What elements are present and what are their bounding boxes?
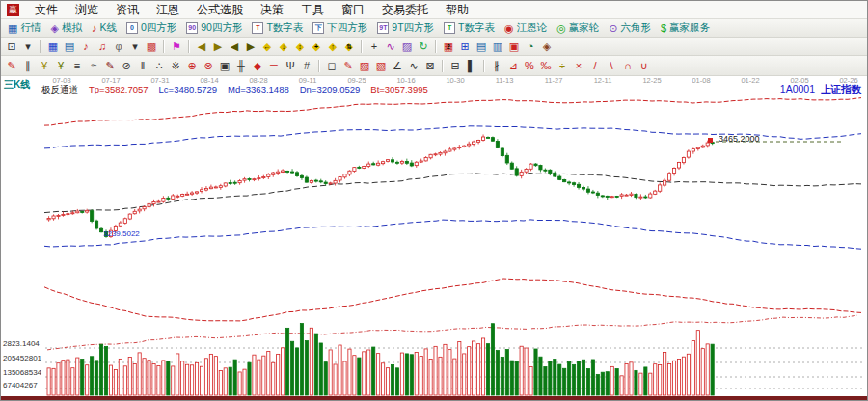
prev-bar-icon[interactable]: ◀ bbox=[227, 40, 242, 54]
menu-window[interactable]: 窗口 bbox=[333, 0, 373, 20]
hatch-region-icon[interactable]: ▧ bbox=[373, 59, 389, 73]
horizontal-lines-icon[interactable]: ≡ bbox=[69, 59, 85, 73]
report-list-icon[interactable]: ▥ bbox=[490, 40, 505, 54]
channel-tool-icon[interactable]: ‖ bbox=[135, 59, 150, 73]
tool-square-90[interactable]: 9090四方形 bbox=[182, 20, 246, 36]
grid-tool-icon[interactable]: ╫ bbox=[233, 59, 249, 73]
menu-info[interactable]: 资讯 bbox=[107, 0, 148, 20]
wave-tool-icon[interactable]: ≈ bbox=[86, 59, 101, 73]
pan-left-icon[interactable]: ◆← bbox=[259, 40, 275, 54]
menu-gann[interactable]: 江恩 bbox=[148, 0, 188, 20]
price-band-2-icon[interactable]: ¥ bbox=[53, 59, 68, 73]
hash-grid-icon[interactable]: # bbox=[299, 59, 314, 73]
overlay-indicator-icon[interactable]: ∿ bbox=[383, 40, 398, 54]
pan-up-icon[interactable]: ◆↑ bbox=[325, 40, 340, 54]
fit-vertical-icon[interactable]: ◆↕ bbox=[292, 40, 308, 54]
collapse-panel-icon[interactable]: ⊟ bbox=[448, 59, 463, 73]
new-window-icon[interactable]: ⊡ bbox=[4, 40, 19, 54]
tool-gann-wheel[interactable]: ◉江恩论 bbox=[501, 20, 551, 36]
data-list-icon[interactable]: ▤ bbox=[474, 40, 489, 54]
menu-file[interactable]: 文件 bbox=[26, 0, 67, 20]
tool-t-number-table[interactable]: TT数字表 bbox=[248, 20, 307, 36]
calculator-icon[interactable]: ⊞ bbox=[457, 40, 473, 54]
bar-measure-icon[interactable]: ▌ bbox=[464, 59, 479, 73]
erase-tool-icon[interactable]: ⊠ bbox=[422, 59, 438, 73]
chart-area[interactable]: 07-0307-1707-3108-1408-2809-1109-2510-16… bbox=[1, 76, 867, 400]
board-view-icon[interactable]: ▩ bbox=[144, 40, 159, 54]
first-bar-icon[interactable]: ◀ bbox=[194, 40, 209, 54]
arc-tool-icon[interactable]: ∩ bbox=[620, 59, 636, 73]
menu-trade-order[interactable]: 交易委托 bbox=[373, 0, 437, 20]
shade-region-icon[interactable]: ▨ bbox=[357, 59, 372, 73]
menu-browse[interactable]: 浏览 bbox=[67, 0, 107, 20]
parallel-lines-icon[interactable]: ∦ bbox=[489, 59, 504, 73]
gann-fan-icon[interactable]: ⊕ bbox=[184, 59, 200, 73]
tool-down-square[interactable]: 下下四方形 bbox=[309, 20, 371, 36]
tool-hexagon[interactable]: ⊙六角形 bbox=[605, 20, 655, 36]
indicator-readout: 极反通道 Tp=3582.7057 Lc=3480.5729 Md=3363.1… bbox=[41, 85, 428, 94]
gann-circle-icon[interactable]: ⊗ bbox=[201, 59, 216, 73]
trend-line-up-icon[interactable]: / bbox=[587, 59, 603, 73]
angle-tool-icon[interactable]: ∠ bbox=[390, 59, 405, 73]
percent-retrace-icon[interactable]: % bbox=[522, 59, 537, 73]
refresh-icon[interactable]: ↻ bbox=[416, 40, 431, 54]
rect-select-icon[interactable]: ◻ bbox=[324, 59, 339, 73]
restore-view-glyph: ⇅ bbox=[341, 40, 357, 54]
star-mark-icon[interactable]: ※ bbox=[168, 59, 183, 73]
menu-formula-stock-pick[interactable]: 公式选股 bbox=[188, 0, 252, 20]
quote-grid-icon[interactable]: ▦ bbox=[45, 40, 61, 54]
info-panel-icon[interactable]: ▤ bbox=[62, 40, 77, 54]
trend-line-down-icon[interactable]: \ bbox=[604, 59, 619, 73]
pane-tab-3kline[interactable]: 三K线 bbox=[4, 80, 30, 90]
flag-mark-icon[interactable]: ⚑ bbox=[169, 40, 184, 54]
tool-simulation[interactable]: ◈模拟 bbox=[46, 20, 85, 36]
box-tool-icon[interactable]: ▣ bbox=[217, 59, 232, 73]
tool-kline[interactable]: ♪K线 bbox=[88, 20, 121, 36]
candle-style-icon[interactable]: φ bbox=[111, 40, 126, 54]
style-dropdown-icon[interactable]: ▾ bbox=[127, 40, 143, 54]
last-bar-icon[interactable]: ▶ bbox=[210, 40, 226, 54]
tool-square-9t[interactable]: 9T9T四方形 bbox=[373, 20, 438, 36]
crosshair-tool-icon[interactable]: + bbox=[366, 40, 382, 54]
menu-help[interactable]: 帮助 bbox=[437, 0, 477, 20]
circle-tool-icon[interactable]: ⊘ bbox=[119, 59, 134, 73]
tool-quotes[interactable]: ▦行情 bbox=[4, 20, 44, 36]
multi-chart-icon[interactable]: ▨ bbox=[399, 40, 415, 54]
permille-retrace-icon[interactable]: ‰ bbox=[538, 59, 554, 73]
tool-winner-wheel[interactable]: ◎赢家轮 bbox=[553, 20, 603, 36]
tool-square-0[interactable]: 00四方形 bbox=[122, 20, 180, 36]
tool-square-0-label: 0四方形 bbox=[141, 21, 176, 35]
tick-chart-icon[interactable]: ♪ bbox=[78, 40, 94, 54]
window-dropdown-icon[interactable]: ▾ bbox=[20, 40, 36, 54]
freehand-icon[interactable]: ✎ bbox=[340, 59, 356, 73]
pie-analysis-icon[interactable]: ◔ bbox=[523, 40, 538, 54]
marker-pen-icon[interactable]: ✎ bbox=[102, 59, 118, 73]
vertical-lines-icon[interactable]: ∥ bbox=[20, 59, 36, 73]
date-tick: 10-30 bbox=[441, 77, 470, 85]
toolbar-separator bbox=[163, 40, 165, 53]
save-layout-icon[interactable]: ▣ bbox=[506, 40, 522, 54]
resistance-line-icon[interactable]: ═ bbox=[266, 59, 282, 73]
minute-chart-icon[interactable]: ♫ bbox=[95, 40, 110, 54]
delete-line-icon[interactable]: × bbox=[571, 59, 586, 73]
menu-decision[interactable]: 决策 bbox=[252, 0, 292, 20]
angle-measure-icon[interactable]: ⊿ bbox=[505, 59, 521, 73]
fork-line-icon[interactable]: Ψ bbox=[283, 59, 298, 73]
zoom-out-icon[interactable]: ◆↓ bbox=[276, 40, 291, 54]
cycle-line-icon[interactable]: ∿ bbox=[406, 59, 421, 73]
tool-winner-service[interactable]: $赢家服务 bbox=[657, 20, 714, 36]
main-chart-svg[interactable] bbox=[1, 76, 867, 400]
next-bar-icon[interactable]: ▶ bbox=[243, 40, 258, 54]
arc-tool-2-icon[interactable]: ∪ bbox=[637, 59, 652, 73]
golden-section-icon[interactable]: ÷ bbox=[555, 59, 570, 73]
zoom-in-icon[interactable]: ◆+ bbox=[309, 40, 324, 54]
pivot-mark-icon[interactable]: ◆ bbox=[250, 59, 265, 73]
pen-tool-icon[interactable]: ✎ bbox=[4, 59, 19, 73]
price-band-1-icon[interactable]: ¥ bbox=[37, 59, 52, 73]
dot-cluster-icon[interactable]: ∴ bbox=[151, 59, 167, 73]
tools-misc-icon[interactable]: ◈ bbox=[539, 40, 555, 54]
restore-view-icon[interactable]: ◆⇅ bbox=[341, 40, 357, 54]
tool-t-number-table-2[interactable]: TT数字表 bbox=[440, 20, 499, 36]
menu-tools[interactable]: 工具 bbox=[292, 0, 333, 20]
calendar-icon[interactable]: ▦2 bbox=[441, 40, 456, 54]
